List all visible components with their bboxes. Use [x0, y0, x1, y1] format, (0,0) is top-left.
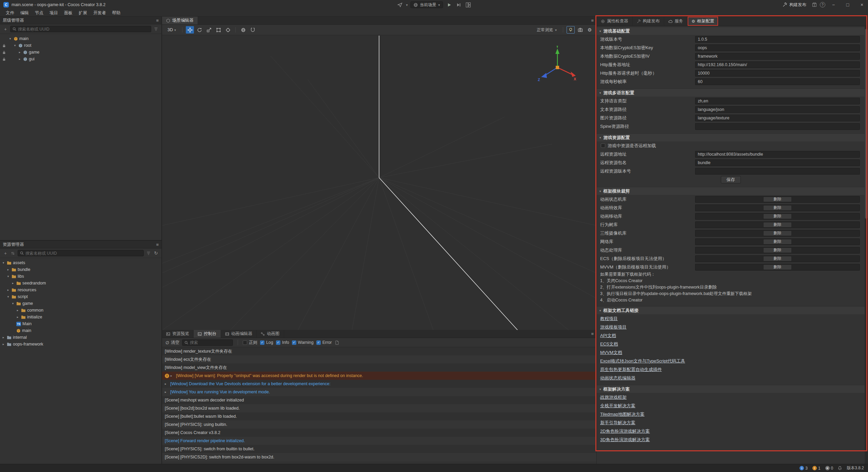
console-row[interactable]: [Scene] [PHYSICS2D]: switch from box2d-w… [162, 453, 596, 461]
console-row[interactable]: ▸ [Window] Download the Vue Devtools ext… [162, 380, 596, 388]
tab-framework-config[interactable]: ⚙ 框架配置 [688, 17, 719, 26]
console-search[interactable] [182, 339, 233, 346]
tab-property-inspector[interactable]: 属性检查器 [597, 17, 633, 26]
menu-extension[interactable]: 扩展 [76, 10, 90, 16]
lock-icon[interactable] [1, 57, 7, 61]
menu-panel[interactable]: 面板 [61, 10, 76, 16]
tab-animation-editor[interactable]: 动画编辑器 [221, 330, 257, 338]
expand-arrow-icon[interactable]: ▸ [16, 315, 20, 319]
crypto-key-input[interactable] [695, 44, 860, 51]
tab-asset-preview[interactable]: 资源预览 [162, 330, 194, 338]
delete-button[interactable]: 删除 [763, 205, 792, 211]
section-resource-config[interactable]: ▾ 游戏资源配置 [597, 133, 865, 141]
panel-menu-icon[interactable]: ≡ [591, 18, 594, 23]
texture-path-input[interactable] [695, 115, 860, 121]
delete-button[interactable]: 删除 [763, 264, 792, 270]
lock-icon[interactable] [1, 51, 7, 54]
layout-icon[interactable] [465, 1, 472, 8]
expand-arrow-icon[interactable]: ▸ [1, 342, 5, 346]
filter-error-toggle[interactable]: ✓ Error [316, 340, 332, 345]
asset-node-game[interactable]: ▾ game [0, 300, 161, 307]
add-node-icon[interactable]: ＋ [3, 26, 8, 32]
remote-load-toggle[interactable]: 游戏中资源是否远程加载 [597, 141, 865, 150]
minimize-button[interactable]: − [827, 0, 840, 9]
scene-select[interactable]: 当前场景 ▾ [411, 1, 443, 8]
warning-count[interactable]: ! 1 [812, 466, 821, 471]
console-row[interactable]: [Scene] [box2d]:box2d wasm lib loaded. [162, 404, 596, 412]
doc-link[interactable]: ECS文档 [600, 341, 618, 347]
solution-link[interactable]: 3D角色扮演游戏解决方案 [600, 437, 650, 443]
console-row[interactable]: [Scene] Cocos Creator v3.8.2 [162, 429, 596, 437]
chevron-down-icon[interactable]: ▾ [406, 3, 408, 7]
expand-arrow-icon[interactable]: ▸ [11, 281, 15, 285]
asset-node-bundle[interactable]: ▸ bundle [0, 266, 161, 273]
doc-link[interactable]: API文档 [600, 333, 616, 339]
delete-button[interactable]: 删除 [763, 222, 792, 228]
preview-device-icon[interactable] [396, 1, 403, 8]
menu-edit[interactable]: 编辑 [17, 10, 32, 16]
solution-link[interactable]: 2D角色扮演游戏解决方案 [600, 428, 650, 434]
console-row[interactable]: [Scene] [PHYSICS]: switch from builtin t… [162, 445, 596, 453]
step-button[interactable] [455, 1, 462, 8]
move-tool-icon[interactable] [186, 26, 194, 34]
camera-icon[interactable] [576, 26, 584, 34]
console-row[interactable]: [Scene] Forward render pipeline initiali… [162, 437, 596, 445]
build-button[interactable]: 构建发布 [780, 2, 809, 8]
asset-node-libs[interactable]: ▾ libs [0, 273, 161, 280]
close-button[interactable]: × [856, 0, 868, 9]
help-icon[interactable]: ? [820, 2, 825, 7]
tab-console[interactable]: 控制台 [194, 330, 221, 338]
menu-node[interactable]: 节点 [32, 10, 46, 16]
console-row[interactable]: ▸ [Window] You are running Vue in develo… [162, 388, 596, 396]
tab-animation-graph[interactable]: 动画图 [257, 330, 284, 338]
refresh-icon[interactable]: ↻ [153, 251, 159, 256]
assets-search[interactable] [18, 250, 144, 256]
filter-log-toggle[interactable]: ✓ Log [260, 340, 273, 345]
tab-service[interactable]: 服务 [664, 17, 688, 26]
doc-link[interactable]: 原生包热更新配置自动生成插件 [600, 367, 662, 373]
expand-arrow-icon[interactable]: ▾ [6, 275, 10, 278]
hierarchy-node-gui[interactable]: ▸ gui [0, 56, 161, 62]
hierarchy-search-input[interactable] [18, 27, 149, 32]
scrollbar-thumb[interactable] [865, 29, 868, 219]
remote-bundle-input[interactable] [695, 159, 860, 166]
doc-link[interactable]: 游戏模板项目 [600, 324, 627, 330]
expand-arrow-icon[interactable]: ▸ [16, 309, 20, 312]
filter-icon[interactable] [146, 251, 151, 255]
languages-input[interactable] [695, 98, 860, 104]
section-basic-config[interactable]: ▾ 游戏基础配置 [597, 27, 865, 35]
world-local-icon[interactable] [239, 26, 247, 34]
asset-node-Main[interactable]: TS Main [0, 320, 161, 327]
hierarchy-node-root[interactable]: ▾ root [0, 42, 161, 49]
expand-arrow-icon[interactable]: ▾ [11, 302, 15, 305]
error-count[interactable]: × 0 [825, 466, 833, 471]
console-search-input[interactable] [190, 340, 231, 345]
delete-button[interactable]: 删除 [763, 248, 792, 253]
rect-tool-icon[interactable] [214, 26, 222, 34]
tab-scene-editor[interactable]: 场景编辑器 [162, 17, 198, 24]
asset-node-main-scene[interactable]: main [0, 327, 161, 334]
bell-icon[interactable] [838, 466, 842, 470]
regex-toggle[interactable]: 正则 [243, 340, 257, 346]
info-count[interactable]: i 3 [800, 466, 808, 471]
http-server-input[interactable] [695, 61, 860, 68]
doc-link[interactable]: MVVM文档 [600, 350, 622, 356]
console-row[interactable]: [Window] model_view文件夹存在 [162, 363, 596, 372]
save-button[interactable]: 保存 [721, 176, 741, 183]
section-module-trim[interactable]: ▾ 框架模块裁剪 [597, 187, 865, 195]
expand-arrow-icon[interactable]: ▾ [6, 295, 10, 298]
expand-arrow-icon[interactable]: ▸ [165, 390, 169, 394]
panel-menu-icon[interactable]: ≡ [156, 242, 159, 247]
expand-arrow-icon[interactable]: ▾ [1, 261, 5, 264]
console-row[interactable]: [Scene] [bullet]:bullet wasm lib loaded. [162, 412, 596, 420]
expand-arrow-icon[interactable]: ▸ [18, 51, 22, 54]
expand-arrow-icon[interactable]: ▸ [6, 268, 10, 271]
console-row[interactable]: [Window] render_texture文件夹存在 [162, 347, 596, 355]
section-doc-links[interactable]: ▾ 框架文档工具链接 [597, 306, 865, 314]
doc-link[interactable]: Excel格式转Json文件与TypeScript代码工具 [600, 358, 685, 364]
asset-node-script[interactable]: ▾ script [0, 293, 161, 300]
menu-help[interactable]: 帮助 [109, 10, 124, 16]
expand-arrow-icon[interactable]: ▸ [1, 336, 5, 339]
solution-link[interactable]: 全栈开发解决方案 [600, 403, 635, 409]
menu-project[interactable]: 项目 [46, 10, 61, 16]
